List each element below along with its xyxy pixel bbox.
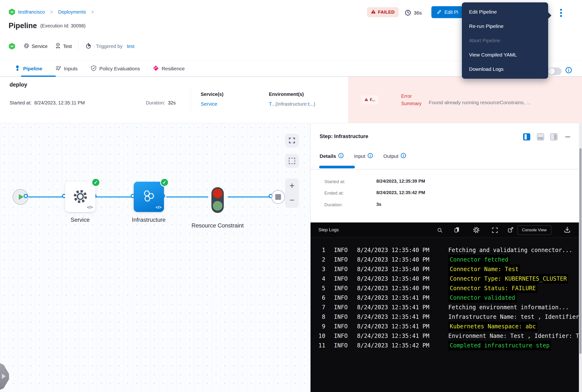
console-view-button[interactable]: Console View — [518, 225, 551, 235]
detail-value: 8/24/2023, 12:35:42 PM — [376, 190, 425, 195]
menu-item[interactable]: Download Logs — [462, 62, 548, 76]
red-light-icon — [213, 188, 222, 198]
menu-item[interactable]: View Compiled YAML — [462, 48, 548, 62]
infrastructure-node-label: Infrastructure — [122, 215, 175, 225]
graph-edge — [27, 196, 65, 198]
step-panel-title: Step: Infrastructure — [320, 133, 368, 140]
zoom-out-button[interactable]: − — [285, 193, 299, 207]
tab-output[interactable]: Output — [384, 153, 406, 160]
triggered-by-value[interactable]: test — [127, 44, 134, 49]
log-line: 8 INFO 8/24/2023 12:35:41 PM Infrastruct… — [311, 312, 579, 322]
layout-split-view-icon[interactable] — [523, 133, 530, 140]
log-settings-gear-icon[interactable] — [473, 226, 480, 235]
minimize-panel-icon[interactable] — [565, 136, 570, 137]
step-details-panel: Step: Infrastructure Details Input — [310, 123, 582, 392]
graph-edge — [228, 196, 270, 198]
zoom-in-button[interactable]: + — [285, 178, 299, 193]
detail-label: Duration: — [324, 202, 343, 208]
log-line: 5 INFO 8/24/2023 12:35:40 PM Connector S… — [311, 284, 579, 293]
stage-summary-bar: deploy Started at: 8/24/2023, 12:35:11 P… — [0, 77, 582, 123]
expand-panel-handle[interactable] — [0, 363, 9, 390]
breadcrumb-project-link[interactable]: testfrancisco — [18, 9, 45, 15]
play-icon — [19, 194, 23, 200]
tab-details[interactable]: Details — [320, 153, 344, 160]
copy-icon[interactable] — [454, 226, 460, 234]
service-step-node[interactable]: </> — [65, 182, 95, 212]
panel-scrollbar-thumb[interactable] — [580, 148, 582, 354]
environment-meta-label[interactable]: Test — [63, 44, 72, 49]
tab-inputs[interactable]: Inputs — [55, 65, 78, 72]
layout-bottom-view-icon[interactable] — [537, 133, 544, 140]
service-link[interactable]: Service — [201, 101, 217, 107]
info-icon[interactable] — [565, 67, 572, 74]
log-line: 7 INFO 8/24/2023 12:35:41 PM Fetching en… — [311, 302, 579, 312]
pipeline-icon — [14, 65, 20, 72]
failed-mini-badge: F... — [362, 96, 378, 104]
pipeline-meta-row: ∞ Service Test Triggered by test — [8, 41, 134, 52]
breadcrumb-deployments-link[interactable]: Deployments — [58, 9, 86, 15]
layout-right-view-icon[interactable] — [550, 133, 558, 140]
stage-name[interactable]: deploy — [9, 82, 27, 88]
success-check-icon: ✓ — [91, 178, 100, 187]
stage-started: Started at: 8/24/2023, 12:35:11 PM — [9, 100, 85, 106]
page-title: Pipeline — [8, 22, 37, 30]
detail-value: 3s — [376, 202, 381, 207]
resilience-icon — [153, 65, 159, 72]
pencil-icon — [437, 9, 442, 16]
gear-icon — [23, 43, 29, 50]
log-line: 4 INFO 8/24/2023 12:35:40 PM Connector T… — [311, 274, 579, 284]
port-dot — [23, 194, 28, 198]
environment-value[interactable]: T...(Infrastructure:t...) — [269, 101, 315, 107]
info-icon[interactable] — [401, 153, 406, 160]
services-column-label: Service(s) — [201, 92, 224, 97]
download-logs-icon[interactable] — [564, 226, 571, 234]
chevron-right-icon: > — [50, 9, 53, 15]
error-summary-message: Found already running resourceConstrains… — [429, 100, 531, 106]
view-toggle[interactable] — [548, 68, 562, 75]
error-summary-zone: F... Error Summary Found already running… — [348, 77, 582, 123]
canvas-fullscreen-button[interactable] — [285, 134, 299, 147]
detail-value: 8/24/2023, 12:35:39 PM — [376, 178, 425, 184]
active-panel-tab-underline — [319, 166, 355, 168]
tab-input[interactable]: Input — [354, 153, 373, 160]
error-summary-label: Error Summary — [401, 92, 430, 107]
open-in-new-icon[interactable] — [507, 227, 514, 234]
stop-square-icon — [275, 194, 281, 200]
expand-logs-icon[interactable] — [492, 227, 498, 234]
step-panel-tabs: Details Input Output — [320, 153, 406, 160]
menu-item[interactable]: Abort Pipeline — [462, 34, 548, 48]
service-meta-label[interactable]: Service — [32, 44, 48, 49]
environments-column-label: Environment(s) — [269, 92, 304, 97]
harness-cd-logo-icon: ∞ — [8, 8, 15, 15]
tab-policy-evaluations[interactable]: Policy Evaluations — [90, 65, 140, 72]
green-light-icon — [213, 201, 222, 210]
graph-edge — [95, 196, 134, 198]
log-line: 11 INFO 8/24/2023 12:35:42 PM Completed … — [311, 341, 579, 350]
log-line: 9 INFO 8/24/2023 12:35:41 PM Kubernetes … — [311, 322, 579, 331]
infrastructure-step-node[interactable]: </> — [134, 182, 164, 212]
triggered-by-label: Triggered by — [96, 44, 122, 49]
warning-triangle-icon — [364, 98, 368, 102]
tab-resilience[interactable]: Resilience — [153, 65, 185, 72]
detail-label: Ended at: — [324, 190, 344, 196]
info-icon[interactable] — [368, 153, 373, 160]
expand-arrow-icon — [2, 374, 6, 379]
menu-item[interactable]: Re-run Pipeline — [462, 19, 548, 34]
step-logs-header: Step Logs Console View — [311, 222, 582, 238]
environment-icon — [55, 43, 61, 50]
search-icon[interactable] — [437, 227, 443, 234]
tab-pipeline[interactable]: Pipeline — [14, 65, 42, 72]
resource-constraint-node[interactable] — [211, 187, 224, 213]
log-line: 2 INFO 8/24/2023 12:35:40 PM Connector f… — [311, 255, 579, 264]
more-options-kebab-icon[interactable] — [560, 8, 562, 18]
code-icon: </> — [87, 205, 93, 210]
log-lines[interactable]: 1 INFO 8/24/2023 12:35:40 PM Fetching an… — [311, 245, 579, 350]
shield-check-icon — [90, 65, 97, 72]
pipeline-actions-menu: Edit PipelineRe-run PipelineAbort Pipeli… — [462, 2, 548, 79]
meta-divider — [78, 41, 79, 52]
pipeline-graph-canvas[interactable]: </> ✓ Service </> ✓ Infrastructure Resou… — [0, 123, 310, 392]
canvas-select-button[interactable] — [285, 154, 299, 168]
info-icon[interactable] — [338, 153, 344, 160]
detail-label: Started at: — [324, 179, 345, 184]
menu-item[interactable]: Edit Pipeline — [462, 5, 548, 19]
